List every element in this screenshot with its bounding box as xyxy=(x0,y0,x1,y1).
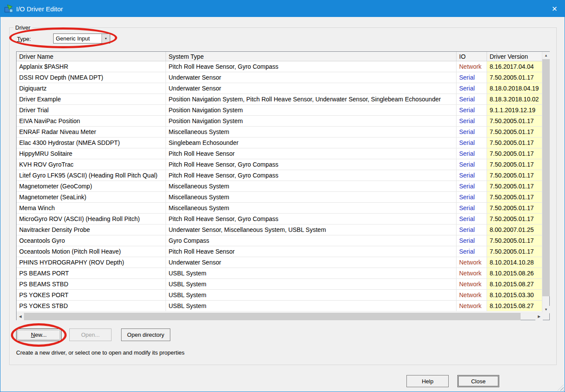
cell-name: Elac 4300 Hydrostar (NMEA SDDPT) xyxy=(17,137,166,148)
window-title: I/O Driver Editor xyxy=(16,5,63,13)
new-button-rest: ew... xyxy=(35,332,47,338)
table-row[interactable]: PS BEAMS PORTUSBL SystemNetwork8.10.2015… xyxy=(17,268,543,279)
cell-io: Serial xyxy=(457,235,487,246)
cell-system: Pitch Roll Heave Sensor, Gyro Compass xyxy=(166,159,457,170)
new-button[interactable]: New... xyxy=(16,328,61,341)
driver-table: Driver Name System Type IO Driver Versio… xyxy=(16,51,550,320)
scroll-up-icon[interactable]: ▲ xyxy=(542,52,550,59)
app-icon xyxy=(4,4,13,13)
table-row[interactable]: Oceantools GyroGyro CompassSerial7.50.20… xyxy=(17,235,543,246)
cell-version: 8.10.2015.08.27 xyxy=(487,301,543,312)
table-row[interactable]: PHINS HYDROGRAPHY (ROV Depth)Underwater … xyxy=(17,257,543,268)
table-row[interactable]: KVH ROV GyroTracPitch Roll Heave Sensor,… xyxy=(17,159,543,170)
cell-io: Network xyxy=(457,279,487,290)
cell-system: Miscellaneous System xyxy=(166,181,457,192)
table-row[interactable]: Driver ExamplePosition Navigation System… xyxy=(17,94,543,105)
cell-version: 8.00.2007.01.25 xyxy=(487,224,543,235)
cell-system: Singlebeam Echosounder xyxy=(166,137,457,148)
cell-name: PHINS HYDROGRAPHY (ROV Depth) xyxy=(17,257,166,268)
table-row[interactable]: Applanix $PASHRPitch Roll Heave Sensor, … xyxy=(17,61,543,72)
close-button[interactable]: Close xyxy=(457,375,499,387)
horizontal-scrollbar-thumb[interactable] xyxy=(24,313,521,320)
open-directory-button[interactable]: Open directory xyxy=(121,328,170,341)
column-header-driver-version[interactable]: Driver Version xyxy=(487,52,543,61)
cell-version: 7.50.2005.01.17 xyxy=(487,203,543,214)
driver-table-header: Driver Name System Type IO Driver Versio… xyxy=(17,52,543,61)
column-header-system-type[interactable]: System Type xyxy=(166,52,457,61)
cell-io: Serial xyxy=(457,246,487,257)
horizontal-scrollbar[interactable]: ◀ ▶ xyxy=(17,312,543,320)
cell-version: 8.10.2015.08.26 xyxy=(487,268,543,279)
cell-io: Network xyxy=(457,268,487,279)
cell-io: Network xyxy=(457,290,487,301)
table-row[interactable]: Magnetometer (SeaLink)Miscellaneous Syst… xyxy=(17,192,543,203)
cell-name: HippyMRU Solitaire xyxy=(17,148,166,159)
table-row[interactable]: DSSI ROV Depth (NMEA DPT)Underwater Sens… xyxy=(17,72,543,83)
type-combobox[interactable]: Generic Input ▼ xyxy=(53,34,110,44)
cell-name: DSSI ROV Depth (NMEA DPT) xyxy=(17,72,166,83)
table-row[interactable]: Oceantools Motion (Pitch Roll Heave)Pitc… xyxy=(17,246,543,257)
table-row[interactable]: HippyMRU SolitairePitch Roll Heave Senso… xyxy=(17,148,543,159)
table-row[interactable]: Navitracker Density ProbeUnderwater Sens… xyxy=(17,224,543,235)
cell-system: Position Navigation System xyxy=(166,116,457,127)
cell-name: Driver Example xyxy=(17,94,166,105)
cell-name: PS YOKES STBD xyxy=(17,301,166,312)
cell-system: Underwater Sensor xyxy=(166,257,457,268)
cell-version: 8.10.2015.03.30 xyxy=(487,290,543,301)
cell-system: Underwater Sensor xyxy=(166,72,457,83)
cell-system: Gyro Compass xyxy=(166,235,457,246)
table-row[interactable]: EIVA NaviPac PositionPosition Navigation… xyxy=(17,116,543,127)
column-header-driver-name[interactable]: Driver Name xyxy=(17,52,166,61)
table-row[interactable]: PS YOKES STBDUSBL SystemNetwork8.10.2015… xyxy=(17,301,543,312)
table-row[interactable]: Magnetometer (GeoComp)Miscellaneous Syst… xyxy=(17,181,543,192)
cell-io: Serial xyxy=(457,159,487,170)
cell-io: Serial xyxy=(457,127,487,137)
cell-name: Oceantools Gyro xyxy=(17,235,166,246)
table-row[interactable]: Litef Gyro LFK95 (ASCII) (Heading Roll P… xyxy=(17,170,543,181)
column-header-io[interactable]: IO xyxy=(457,52,487,61)
cell-version: 7.50.2005.01.17 xyxy=(487,235,543,246)
resize-grip-icon[interactable] xyxy=(558,385,564,391)
cell-system: Position Navigation System xyxy=(166,105,457,116)
cell-system: USBL System xyxy=(166,290,457,301)
close-icon[interactable]: ✕ xyxy=(545,0,565,17)
table-row[interactable]: PS BEAMS STBDUSBL SystemNetwork8.10.2015… xyxy=(17,279,543,290)
type-label-rest: ype: xyxy=(20,36,31,42)
cell-io: Serial xyxy=(457,192,487,203)
vertical-scrollbar[interactable]: ▲ ▼ xyxy=(542,52,549,313)
table-row[interactable]: Mema WinchMiscellaneous SystemSerial7.50… xyxy=(17,203,543,214)
table-row[interactable]: DigiquartzUnderwater SensorSerial8.18.0.… xyxy=(17,83,543,94)
cell-version: 7.50.2005.01.17 xyxy=(487,246,543,257)
cell-system: Underwater Sensor xyxy=(166,83,457,94)
cell-io: Network xyxy=(457,301,487,312)
cell-system: Position Navigation System, Pitch Roll H… xyxy=(166,94,457,105)
cell-name: PS BEAMS STBD xyxy=(17,279,166,290)
cell-io: Serial xyxy=(457,105,487,116)
table-row[interactable]: PS YOKES PORTUSBL SystemNetwork8.10.2015… xyxy=(17,290,543,301)
cell-version: 8.18.3.2018.10.02 xyxy=(487,94,543,105)
scrollbar-corner xyxy=(542,312,549,320)
chevron-down-icon[interactable]: ▼ xyxy=(101,34,110,43)
cell-system: Miscellaneous System xyxy=(166,203,457,214)
cell-version: 7.50.2005.01.17 xyxy=(487,116,543,127)
scroll-left-icon[interactable]: ◀ xyxy=(17,313,24,320)
cell-name: Digiquartz xyxy=(17,83,166,94)
table-row[interactable]: MicroGyro ROV (ASCII) (Heading Roll Pitc… xyxy=(17,214,543,224)
table-row[interactable]: Driver TrialPosition Navigation SystemSe… xyxy=(17,105,543,116)
cell-system: Pitch Roll Heave Sensor, Gyro Compass xyxy=(166,214,457,224)
cell-version: 7.50.2005.01.17 xyxy=(487,170,543,181)
open-button: Open... xyxy=(69,328,112,341)
help-button[interactable]: Help xyxy=(406,375,449,387)
cell-system: USBL System xyxy=(166,301,457,312)
cell-version: 9.1.1.2019.12.19 xyxy=(487,105,543,116)
table-row[interactable]: Elac 4300 Hydrostar (NMEA SDDPT)Singlebe… xyxy=(17,137,543,148)
cell-version: 7.50.2005.01.17 xyxy=(487,192,543,203)
cell-name: EIVA NaviPac Position xyxy=(17,116,166,127)
cell-name: Magnetometer (GeoComp) xyxy=(17,181,166,192)
cell-version: 7.50.2005.01.17 xyxy=(487,127,543,137)
cell-io: Network xyxy=(457,257,487,268)
cell-name: Navitracker Density Probe xyxy=(17,224,166,235)
table-row[interactable]: ENRAF Radar Niveau MeterMiscellaneous Sy… xyxy=(17,127,543,137)
vertical-scrollbar-thumb[interactable] xyxy=(542,59,550,296)
cell-version: 7.50.2005.01.17 xyxy=(487,137,543,148)
